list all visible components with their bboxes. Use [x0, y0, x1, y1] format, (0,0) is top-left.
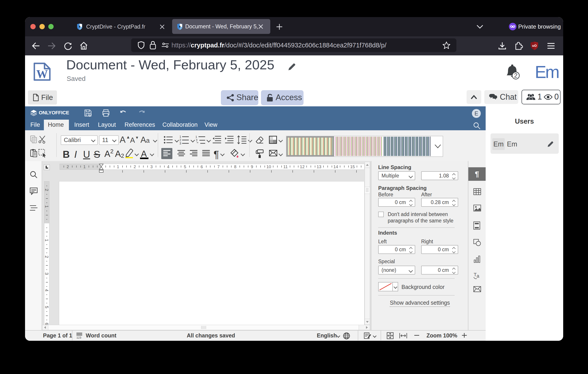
svg-text:2: 2	[179, 138, 181, 142]
svg-text:T: T	[474, 272, 477, 277]
svg-text:3: 3	[179, 142, 181, 145]
svg-text:1: 1	[179, 135, 181, 138]
svg-text:W: W	[36, 68, 48, 80]
svg-text:1: 1	[195, 135, 197, 139]
svg-text:uO: uO	[532, 44, 537, 47]
svg-text:a: a	[477, 273, 479, 279]
svg-text:2: 2	[514, 72, 517, 79]
svg-text:123: 123	[76, 336, 81, 339]
